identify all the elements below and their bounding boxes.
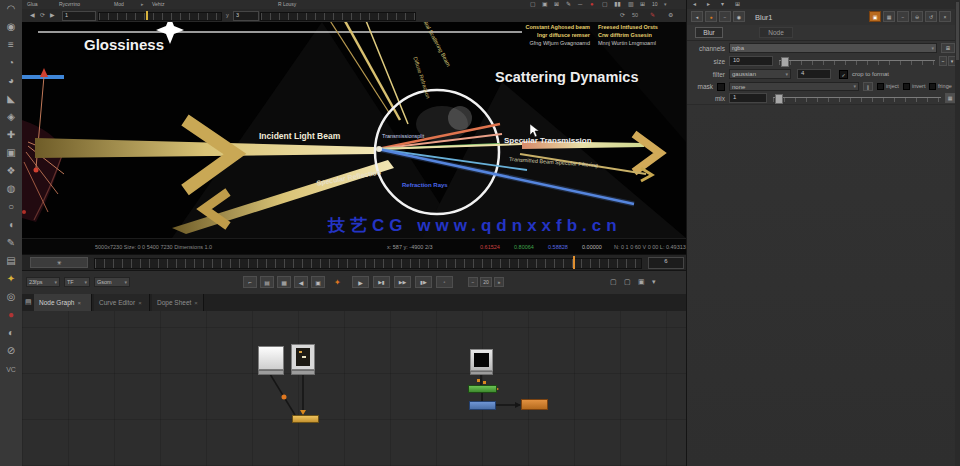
back-icon[interactable]: ◂ [693,1,696,7]
toolbar-draw-icon[interactable]: ✎ [0,238,22,248]
mix-field[interactable]: 1 [729,93,767,103]
viewer-lut-menu[interactable]: R Lousy [278,1,296,7]
refresh-icon[interactable]: ⟳ [620,12,625,18]
fringe-checkbox[interactable] [929,83,936,90]
mix-menu-button[interactable]: ▦ [945,93,955,103]
viewer-view-menu[interactable]: Vehtz [152,1,165,7]
tab-dope-sheet[interactable]: Dope Sheet × [152,294,204,311]
filter-aux-field[interactable]: 4 [797,69,831,79]
chevron-down-icon[interactable]: ▾ [652,278,656,285]
slider-handle[interactable] [775,94,783,104]
current-frame-field[interactable]: 1 [62,11,96,21]
gold-node[interactable] [292,415,319,423]
viewer-canvas[interactable]: Glossiness Scattering Dynamics Incident … [22,22,686,238]
roi-value[interactable]: 50 [632,12,638,18]
timeline-end-field[interactable]: 6 [648,257,684,269]
crop-to-format-checkbox[interactable]: ✓ [839,70,848,79]
loop-icon[interactable]: ⟳ [40,12,45,18]
play-button[interactable]: ▶ [352,276,369,288]
tab-node-graph[interactable]: Node Graph × [34,294,92,311]
lock-icon[interactable]: ▣ [638,278,645,285]
read-node-2-thumbnail[interactable] [291,344,315,370]
toolbar-image-icon[interactable]: ◠ [0,4,22,14]
timeline-handle[interactable]: ✳ [30,257,88,268]
read-node-1-footer[interactable] [258,370,284,375]
record-dot-icon[interactable]: ● [590,1,594,7]
gamma-icon[interactable]: ▣ [542,1,548,7]
frame-step-value[interactable]: 20 [480,277,492,287]
mask-divider-button[interactable]: ∥ [863,82,873,91]
toolbar-color-icon[interactable]: ◕ [0,76,22,86]
panel-menu-icon[interactable]: ▤ [25,298,32,305]
toolbar-transform-icon[interactable]: ▣ [0,148,22,158]
toolbar-merge-icon[interactable]: ✚ [0,130,22,140]
viewer-channel-menu[interactable]: Rycvrrino [59,1,80,7]
close-icon[interactable]: × [138,300,142,306]
scrollbar-thumb[interactable] [956,2,959,60]
float-button[interactable]: ⊖ [911,11,923,22]
animation-curve-button[interactable]: ~ [939,56,947,66]
y-value-field[interactable]: 3 [233,11,259,21]
size-field[interactable]: 10 [729,56,773,66]
stop-button[interactable]: ▫ [436,276,453,288]
toolbar-keyer-icon[interactable]: ◈ [0,112,22,122]
annotate-pen-icon[interactable]: ✎ [650,12,655,18]
grid-view-button[interactable]: ▦ [883,11,895,22]
close-icon[interactable]: × [194,300,198,306]
tab-blur[interactable]: Blur [695,27,723,38]
zoom-level-value[interactable]: 10 [652,1,658,7]
toolbar-time-icon[interactable]: ≡ [0,40,22,50]
orange-node[interactable] [521,399,548,410]
frame-ruler-right[interactable] [260,12,416,21]
mask-dropdown[interactable]: none ▾ [729,82,859,91]
layout-back-icon[interactable]: ◀ [294,276,308,288]
size-slider[interactable] [779,60,935,65]
invert-checkbox[interactable] [903,83,910,90]
toolbar-channel-icon[interactable]: ◔ [0,58,22,68]
bars-icon[interactable]: ▥ [628,1,634,7]
channels-dropdown[interactable]: rgba ▾ [729,43,937,53]
increment-button[interactable]: » [494,277,504,287]
window-icon[interactable]: ▢ [624,278,631,285]
proxy-icon[interactable]: ▢ [602,1,608,7]
viewer-mode-menu[interactable]: Mod [114,1,124,7]
fps-dropdown[interactable]: 23fps▾ [26,277,60,287]
decrement-button[interactable]: − [468,277,478,287]
layout-solid-icon[interactable]: ▣ [311,276,325,288]
play-from-button[interactable]: ▮▶ [415,276,432,288]
flame-icon[interactable]: ✦ [334,278,341,287]
green-node[interactable] [468,385,497,393]
prev-node-button[interactable]: ◂ [691,11,703,22]
toolbar-plugin-icon[interactable]: ◐ [0,328,22,338]
mask-checkbox[interactable] [717,83,725,91]
toolbar-metadata-icon[interactable]: ▤ [0,256,22,266]
viewer-layer-menu[interactable]: Glua [27,1,38,7]
frame-marker[interactable] [146,11,148,20]
clip-warning-icon[interactable]: ⊠ [554,1,559,7]
prev-frame-icon[interactable]: ◀ [30,12,35,18]
pen-icon[interactable]: ✎ [566,1,571,7]
toolbar-toolsets-icon[interactable]: ✦ [0,274,22,284]
timeline-playhead[interactable] [573,256,575,269]
chevron-down-icon[interactable]: ▾ [721,1,724,7]
toolbar-disable-icon[interactable]: ⊘ [0,346,22,356]
node-color-button[interactable]: ● [705,11,717,22]
channels-extra-button[interactable]: ⊞ [941,43,955,53]
range-dropdown[interactable]: Gsom▾ [94,277,130,287]
center-in-panel-button[interactable]: ▣ [869,11,881,22]
toolbar-other-icon[interactable]: ◎ [0,292,22,302]
toolbar-viewer-icon[interactable]: ◉ [0,22,22,32]
layout-corner-icon[interactable]: ⌐ [243,276,257,288]
revert-button[interactable]: ↺ [925,11,937,22]
add-icon[interactable]: ⊞ [735,1,740,7]
toolbar-particles-icon[interactable]: ◍ [0,184,22,194]
collapse-button[interactable]: − [897,11,909,22]
next-frame-icon[interactable]: ▶ [50,12,55,18]
close-icon[interactable]: × [77,300,81,306]
tab-node[interactable]: Node [759,27,793,38]
timeline-ruler[interactable] [94,258,642,269]
fullscreen-icon[interactable]: ▢ [610,278,617,285]
layout-grid-icon[interactable]: ▦ [277,276,291,288]
tab-curve-editor[interactable]: Curve Editor × [94,294,150,311]
read-node-3-thumbnail[interactable] [470,349,493,371]
